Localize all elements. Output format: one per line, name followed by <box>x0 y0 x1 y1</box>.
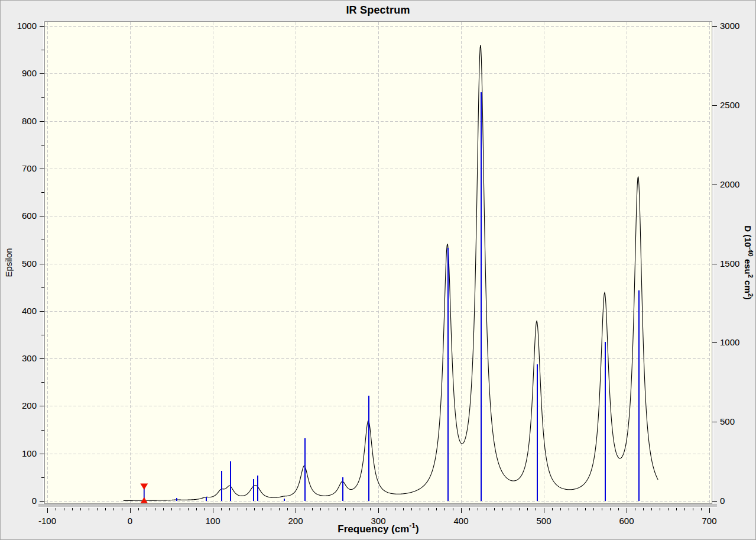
svg-text:100: 100 <box>205 516 220 526</box>
svg-text:600: 600 <box>619 516 634 526</box>
svg-text:500: 500 <box>22 258 37 269</box>
svg-text:3000: 3000 <box>720 21 739 31</box>
ir-spectrum-window: IR Spectrum -100010020030040050060070001… <box>0 0 756 540</box>
svg-text:1000: 1000 <box>720 337 739 347</box>
spectrum-svg[interactable]: -100010020030040050060070001002003004005… <box>1 1 756 540</box>
svg-text:800: 800 <box>22 116 37 126</box>
svg-text:900: 900 <box>22 68 37 78</box>
svg-text:1000: 1000 <box>17 21 37 31</box>
ir-spectrum-plot[interactable]: -100010020030040050060070001002003004005… <box>1 1 756 540</box>
svg-text:500: 500 <box>720 416 735 426</box>
svg-text:400: 400 <box>453 516 468 526</box>
svg-text:200: 200 <box>288 516 303 526</box>
x-axis-band <box>38 505 717 507</box>
svg-text:200: 200 <box>22 400 37 410</box>
svg-text:500: 500 <box>536 516 551 526</box>
svg-text:700: 700 <box>702 516 716 526</box>
y-left-axis-label: Epsilon <box>4 248 14 277</box>
svg-text:0: 0 <box>128 516 132 526</box>
y-right-axis-label: D (10-40​ esu2​ cm2​) <box>743 225 754 300</box>
svg-text:1500: 1500 <box>720 258 739 269</box>
svg-text:100: 100 <box>22 448 37 458</box>
svg-text:-100: -100 <box>38 516 56 526</box>
svg-text:0: 0 <box>32 496 37 506</box>
x-axis-label: Frequency (cm-1​) <box>338 522 418 535</box>
svg-text:300: 300 <box>22 353 37 363</box>
svg-text:600: 600 <box>22 211 37 221</box>
svg-text:700: 700 <box>22 163 37 173</box>
svg-text:400: 400 <box>22 306 37 316</box>
svg-text:2500: 2500 <box>720 100 739 110</box>
svg-text:0: 0 <box>720 496 725 506</box>
svg-text:2000: 2000 <box>720 179 739 189</box>
